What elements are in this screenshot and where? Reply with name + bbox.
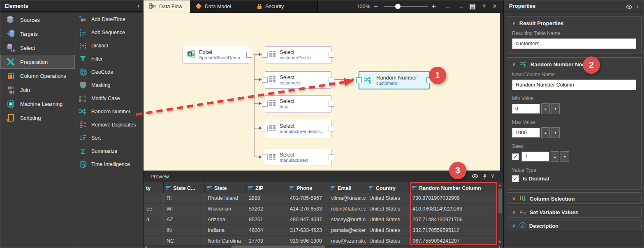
new-column-name-field[interactable]: Random Number Column [512,80,636,90]
tool-time-intelligence[interactable]: Time Intelligence [75,158,143,171]
random-number-shuffle-icon: # [519,61,527,68]
output-port[interactable] [329,52,334,58]
max-value-field[interactable]: 1000 [512,128,540,138]
join-icon [6,85,16,95]
eye-icon[interactable] [626,4,632,10]
node-select-data[interactable]: Select data [265,95,331,112]
cell: AZ [164,214,205,225]
tool-modify-case[interactable]: a▸AB◂b Modify Case [75,92,143,105]
cell: United States [366,236,410,245]
input-port[interactable] [262,101,268,107]
tool-add-sequence[interactable]: Add Sequence [75,26,143,39]
preview-vertical-scrollbar[interactable]: ▴ ▾ [497,182,503,245]
tool-label: Summarize [91,148,117,154]
output-port[interactable] [426,77,432,83]
node-random-number[interactable]: # Random Number customers [359,71,430,89]
output-port[interactable] [329,77,334,83]
scroll-left-icon[interactable]: ◂ [145,245,147,248]
undo-icon[interactable]: ← [445,3,451,10]
tool-distinct[interactable]: Distinct [75,39,143,52]
category-machine-learning[interactable]: AI Machine Learning [0,97,75,111]
input-port[interactable] [356,77,362,83]
collapse-preview-icon[interactable]: ∨ [491,173,495,179]
tool-add-datetime[interactable]: Add Date/Time [75,13,143,26]
scroll-right-icon[interactable]: ▸ [499,245,501,248]
tool-label: Random Number [91,109,130,115]
min-value-up-button[interactable]: ▲ [541,103,550,114]
cell: 46204 [246,225,287,236]
tool-summarize[interactable]: Σ Summarize [75,145,143,158]
save-icon[interactable] [469,3,476,11]
seed-field[interactable]: 1 [521,152,549,161]
svg-text:▸: ▸ [81,96,83,98]
input-port[interactable] [262,77,268,83]
category-targets[interactable]: Targets [0,27,75,41]
set-variable-values-header[interactable]: ∨ #@ Set Variable Values [512,208,636,216]
redo-icon[interactable]: → [458,3,464,10]
resulting-table-name-field[interactable]: customers [512,38,636,49]
dataflow-canvas[interactable]: X Excel SpreadhSheetDemo... Select custo… [144,13,500,171]
result-properties-header[interactable]: ∨ Result Properties [512,19,636,27]
node-select-manufacturers[interactable]: Select manufacturers [265,149,331,166]
filter-sort-icon [331,185,336,191]
column-selection-header[interactable]: ∨ Column Selection [512,195,636,202]
node-excel-source[interactable]: X Excel SpreadhSheetDemo... [183,46,249,63]
zoom-out-icon[interactable]: − [374,2,378,11]
output-port[interactable] [329,154,334,160]
node-title: Random Number [376,75,417,81]
category-select[interactable]: Select [0,41,75,55]
seed-up-button[interactable]: ▲ [551,151,559,162]
zoom-slider-track[interactable] [384,6,428,7]
collapse-panel-icon[interactable]: ‹ [137,2,139,9]
output-port[interactable] [246,52,252,58]
is-decimal-checkbox[interactable]: ✓ [512,175,519,182]
category-join[interactable]: Join [0,83,75,97]
help-icon[interactable]: ? [482,3,486,9]
max-value-down-button[interactable]: ▼ [551,127,560,138]
random-number-node-header[interactable]: ∨ # Random Number Node [512,61,636,68]
input-port[interactable] [262,52,268,58]
category-preparation[interactable]: Preparation [0,55,75,69]
canvas-scrollbar[interactable] [500,13,503,171]
seed-checkbox[interactable]: ✓ [512,153,519,160]
scroll-thumb[interactable] [232,246,325,248]
seed-down-button[interactable]: ▼ [561,151,569,162]
node-select-customers[interactable]: Select customers [265,71,331,89]
output-port[interactable] [329,126,334,131]
zoom-slider-thumb[interactable] [395,4,401,9]
input-port[interactable] [262,154,268,160]
pin-icon[interactable] [482,173,487,180]
svg-text:AI: AI [9,103,12,105]
preview-horizontal-scrollbar[interactable]: ◂ ▸ [144,245,503,248]
close-icon[interactable]: ✕ [492,3,497,9]
scroll-thumb[interactable] [498,189,502,213]
category-column-operations[interactable]: Column Operations [0,69,75,83]
tab-security[interactable]: Security [251,0,318,13]
min-value-down-button[interactable]: ▼ [551,103,560,114]
scroll-down-icon[interactable]: ▾ [499,240,501,244]
output-port[interactable] [329,101,334,107]
max-value-up-button[interactable]: ▲ [541,127,550,138]
input-port[interactable] [262,126,268,131]
eye-icon[interactable] [472,173,478,180]
node-title: Select [280,98,294,104]
category-sources[interactable]: Sources [0,13,75,27]
node-select-customer-profile[interactable]: Select customerProfile [265,46,331,63]
tool-random-number[interactable]: # Random Number [75,105,143,118]
category-scripting[interactable]: Scripting [0,111,75,125]
category-label: Scripting [20,115,41,121]
zoom-in-icon[interactable]: + [431,2,436,11]
tool-remove-duplicates[interactable]: Remove Duplicates [75,118,143,131]
tool-masking[interactable]: Masking [75,79,143,92]
node-select-manufacturer-details[interactable]: Select manufacturer details... [265,120,331,137]
add-sequence-icon [79,28,88,37]
add-datetime-icon [79,15,88,23]
column-selection-icon [519,195,526,202]
scroll-up-icon[interactable]: ▴ [499,183,501,187]
min-value-field[interactable]: 0 [512,104,540,114]
tool-sort[interactable]: Sort [75,131,143,145]
collapse-panel-icon[interactable]: › [637,3,639,9]
tool-geocode[interactable]: GeoCode [75,66,143,79]
description-header[interactable]: ∨ i Description [512,222,636,229]
tool-filter[interactable]: Filter [75,52,143,66]
